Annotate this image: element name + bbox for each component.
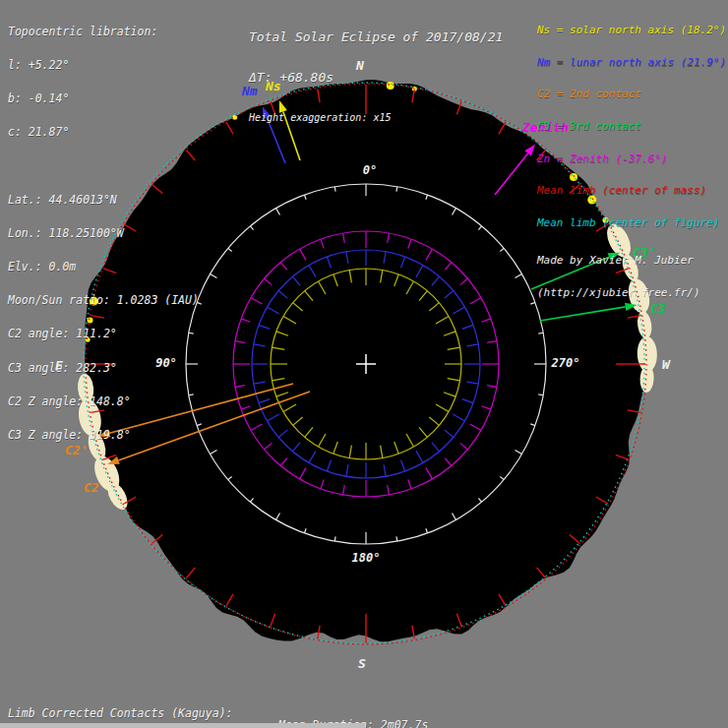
delta-t-value: ΔT: +68.80s — [249, 71, 503, 85]
position-angle-ring-tick — [334, 536, 335, 541]
legend-item-mean-limb-mass: Mean limb (center of mass) — [537, 186, 726, 197]
legend-item-lunar-north: Nm = lunar north axis (21.9°) — [537, 58, 726, 69]
latitude-value: Lat.: 44.46013°N — [8, 195, 199, 206]
position-angle-ring-tick — [538, 394, 543, 395]
position-angle-ring-tick — [396, 187, 397, 192]
position-angle-label: 270° — [551, 356, 580, 370]
legend-item-solar-north: Ns = solar north axis (18.2°) — [537, 26, 726, 36]
spacer — [8, 161, 199, 172]
position-angle-label: 0° — [363, 163, 377, 177]
elevation-value: Elv.: 0.0m — [8, 262, 199, 273]
c2-angle: C2 angle: 111.2° — [8, 329, 199, 339]
libration-l: l: +5.22° — [8, 60, 199, 71]
legend-item-c2: C2 = 2nd contact — [537, 90, 726, 100]
C2-label: C2 — [84, 480, 99, 495]
title-block: Total Solar Eclipse of 2017/08/21 ΔT: +6… — [249, 4, 503, 138]
legend-item-c3: C3 = 3rd contact — [537, 122, 726, 133]
moon-sun-ratio: Moon/Sun ratio: 1.0283 (IAU) — [8, 295, 199, 306]
compass-label-s: S — [358, 656, 366, 671]
libration-info-panel: Topocentric libration: l: +5.22° b: -0.1… — [8, 4, 199, 453]
eclipse-title: Total Solar Eclipse of 2017/08/21 — [249, 30, 503, 44]
position-angle-label: 180° — [352, 551, 381, 565]
c2-z-angle: C2 Z angle: 148.8° — [8, 396, 199, 407]
position-angle-ring-tick — [538, 333, 543, 334]
contacts-title: Limb Corrected Contacts (Kaguya): — [8, 708, 232, 719]
bottom-scrollbar[interactable] — [0, 723, 365, 728]
legend-item-mean-limb-figure: Mean limb (center of figure) — [537, 218, 726, 229]
position-angle-ring-tick — [334, 187, 335, 192]
c3-z-angle: C3 Z angle: 319.8° — [8, 430, 199, 441]
position-angle-ring-tick — [396, 536, 397, 541]
credit-url: (http://xjubier.free.fr/) — [537, 288, 726, 299]
limb-corrected-contacts-panel: Limb Corrected Contacts (Kaguya): C2': -… — [8, 686, 232, 728]
longitude-value: Lon.: 118.25100°W — [8, 228, 199, 239]
compass-label-w: W — [662, 357, 671, 372]
libration-header: Topocentric libration: — [8, 27, 199, 37]
bailys-beads-panel: Baily's Beads: ±3.0s — [544, 708, 680, 728]
libration-c: c: 21.87° — [8, 127, 199, 138]
libration-b: b: -0.14° — [8, 93, 199, 104]
credit-author: Made by Xavier M. Jubier — [537, 256, 726, 267]
legend-item-zenith: Zn = Zenith (-37.6°) — [537, 154, 726, 165]
c3-angle: C3 angle: 282.3° — [8, 363, 199, 374]
height-exaggeration: Height exaggeration: x15 — [249, 111, 503, 125]
legend-panel: Ns = solar north axis (18.2°) Nm = lunar… — [537, 4, 726, 309]
